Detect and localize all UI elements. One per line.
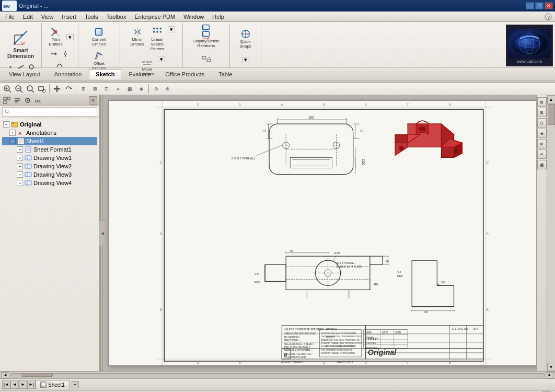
menu-item-insert[interactable]: Insert (57, 13, 80, 21)
drawing-view2-expander[interactable]: + (17, 163, 23, 169)
sheet1-tab[interactable]: Sheet1 (36, 380, 70, 389)
drawing-view3-expander[interactable]: + (17, 171, 23, 178)
rotate-button[interactable] (63, 84, 74, 94)
tree-root[interactable]: − Original (2, 120, 97, 129)
scroll-up-button[interactable]: ▲ (547, 95, 556, 103)
view-option7[interactable]: ⊕ (151, 84, 161, 94)
linear-sketch-pattern-button[interactable]: LinearSketchPattern (148, 25, 167, 53)
display-delete-relations-button[interactable]: H ⊥ Display/DeleteRelations (190, 27, 223, 50)
scroll-down-button[interactable]: ▼ (547, 363, 556, 371)
panel-collapse-button[interactable]: ◀ (99, 220, 106, 246)
menu-item-toolbox[interactable]: Toolbox (102, 13, 131, 21)
view-option1[interactable]: ⊞ (78, 84, 89, 94)
zoom-in-button[interactable] (25, 84, 36, 94)
menu-item-window[interactable]: Window (179, 13, 208, 21)
sidebar-btn-6[interactable]: ≡ (537, 149, 547, 159)
horizontal-scrollbar[interactable]: ◄ ► (0, 371, 555, 378)
trim-entities-button[interactable]: TrimEntities (46, 25, 65, 48)
sidebar-btn-7[interactable]: ▦ (537, 160, 547, 169)
svg-point-159 (419, 127, 426, 131)
minimize-button[interactable]: ─ (526, 2, 534, 9)
menu-item-enterprise[interactable]: Enterprise PDM (130, 13, 179, 21)
trim-dropdown[interactable]: ▾ (66, 34, 74, 40)
scroll-thumb-horizontal[interactable] (21, 374, 53, 377)
extend-entities-button[interactable] (49, 49, 60, 59)
mirror-entities-button[interactable]: MirrorEntities (128, 25, 146, 48)
drawing-sheet[interactable]: 2 3 4 5 6 7 8 2 3 4 5 6 7 8 C B A (108, 100, 539, 366)
dim-xpert-icon[interactable]: DX (33, 96, 43, 105)
vertical-scrollbar[interactable]: ▲ ▼ (547, 95, 555, 371)
convert-entities-button[interactable]: ConvertEntities (89, 25, 109, 48)
tree-sheet1[interactable]: − Sheet1 (2, 137, 97, 145)
panel-expand-button[interactable]: » (89, 96, 97, 105)
sidebar-btn-3[interactable]: ⊡ (537, 118, 547, 128)
tab-nav-prev[interactable]: ◄ (10, 381, 19, 389)
scroll-thumb[interactable] (548, 104, 555, 125)
drawing-canvas-area[interactable]: 2 3 4 5 6 7 8 2 3 4 5 6 7 8 C B A (103, 95, 555, 371)
tab-table[interactable]: Table (212, 69, 239, 79)
smart-dimension-button[interactable]: 12 SmartDimension (5, 25, 37, 62)
tab-office-products[interactable]: Office Products (158, 69, 211, 79)
zoom-out-button[interactable] (14, 84, 24, 94)
app-title: Original - ... (19, 3, 49, 9)
tab-sketch[interactable]: Sketch (89, 69, 121, 79)
add-relation-button[interactable]: + (201, 54, 212, 64)
sheet-format-expander[interactable]: + (17, 146, 23, 153)
tab-nav-last[interactable]: ►| (27, 381, 36, 389)
svg-text:DIMENSIONS ARE IN INCHES: DIMENSIONS ARE IN INCHES (284, 332, 316, 335)
view-option6[interactable]: ◈ (136, 84, 146, 94)
annotations-expander[interactable]: + (9, 130, 16, 136)
linear-pattern-dropdown[interactable]: ▾ (168, 26, 175, 32)
scroll-track-horizontal[interactable] (10, 373, 545, 377)
join-curve-button[interactable] (55, 60, 65, 69)
restore-button[interactable]: □ (535, 2, 544, 9)
feature-manager-icon[interactable] (2, 96, 11, 105)
quick-snaps-dropdown[interactable]: ▾ (242, 57, 249, 63)
move-dropdown[interactable]: ▾ (158, 56, 165, 62)
tree-sheet-format1[interactable]: + Sheet Format1 (2, 145, 97, 154)
tab-nav-first[interactable]: |◄ (2, 381, 10, 389)
view-option4[interactable]: ≡ (113, 84, 123, 94)
tab-annotation[interactable]: Annotation (48, 69, 89, 79)
annotations-icon: A (17, 129, 25, 136)
config-manager-icon[interactable] (23, 96, 32, 105)
svg-rect-43 (207, 59, 211, 62)
zoom-to-fit-button[interactable] (2, 84, 13, 94)
menu-item-edit[interactable]: Edit (19, 13, 37, 21)
svg-text:[COMPANY NAME] IS PROHIBITED.: [COMPANY NAME] IS PROHIBITED. (321, 352, 355, 354)
property-manager-icon[interactable] (13, 96, 22, 105)
sheet1-expander[interactable]: − (9, 138, 16, 144)
sidebar-btn-1[interactable]: ⊞ (537, 97, 547, 107)
close-button[interactable]: ✕ (545, 2, 553, 9)
menu-item-tools[interactable]: Tools (80, 13, 102, 21)
pan-button[interactable] (52, 84, 62, 94)
tree-annotations[interactable]: + A Annotations (2, 129, 97, 137)
drawing-view4-expander[interactable]: + (17, 180, 23, 186)
tree-drawing-view1[interactable]: + Drawing View1 (2, 154, 97, 162)
tab-view-layout[interactable]: View Layout (2, 69, 47, 79)
sidebar-btn-2[interactable]: ⊠ (537, 108, 547, 117)
svg-point-165 (454, 149, 457, 153)
menu-item-view[interactable]: View (37, 13, 58, 21)
tree-drawing-view2[interactable]: + Drawing View2 (2, 162, 97, 170)
scroll-right-button[interactable]: ► (546, 372, 554, 378)
tab-nav-next[interactable]: ► (19, 381, 27, 389)
view-option5[interactable]: ▦ (124, 84, 135, 94)
split-entities-button[interactable] (61, 49, 71, 59)
menu-item-help[interactable]: Help (208, 13, 228, 21)
view-option2[interactable]: ⊠ (90, 84, 100, 94)
menu-item-file[interactable]: File (1, 13, 19, 21)
root-expander[interactable]: − (3, 121, 9, 128)
view-option8[interactable]: ⊗ (163, 84, 173, 94)
sidebar-btn-5[interactable]: ⊕ (537, 139, 547, 148)
quick-snaps-button[interactable]: QuickSnaps (237, 27, 254, 50)
view-option3[interactable]: ⊡ (101, 84, 112, 94)
tree-drawing-view4[interactable]: + Drawing View4 (2, 179, 97, 187)
tab-evaluate[interactable]: Evaluate (122, 69, 158, 79)
tree-drawing-view3[interactable]: + Drawing View3 (2, 170, 97, 179)
sidebar-btn-4[interactable]: ◈ (537, 129, 547, 138)
add-sheet-button[interactable]: + (72, 381, 79, 388)
zoom-window-button[interactable] (37, 84, 47, 94)
scroll-left-button[interactable]: ◄ (1, 372, 9, 378)
drawing-view1-expander[interactable]: + (17, 155, 23, 161)
